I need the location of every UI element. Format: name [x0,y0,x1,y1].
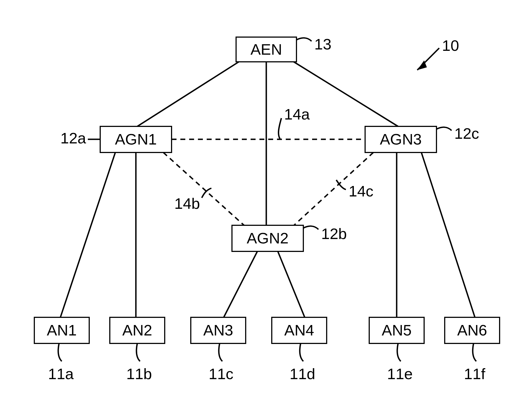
node-an1-label: AN1 [47,321,77,339]
ref-10: 10 [442,37,459,54]
ref-12c: 12c [454,125,479,142]
edge-agn2-an4 [277,250,305,317]
node-agn1-label: AGN1 [115,131,157,148]
tick-11f [473,343,476,361]
edge-agn1-an1 [60,152,115,317]
network-diagram: AEN AGN1 AGN3 AGN2 AN1 AN2 AN3 AN4 AN5 A… [0,0,532,397]
tick-13 [296,38,312,41]
ref-10-group: 10 [417,37,459,70]
node-an4-label: AN4 [284,321,314,339]
node-an2-label: AN2 [122,321,152,339]
node-agn2: AGN2 [232,225,303,251]
node-aen: AEN [236,37,296,62]
ref-11b: 11b [126,365,152,382]
node-an2: AN2 [110,317,165,343]
tick-11b [136,343,140,361]
tick-11c [219,343,222,361]
ref-13: 13 [314,35,331,53]
edge-aen-agn1 [137,62,239,126]
node-an6: AN6 [445,317,500,343]
node-an1: AN1 [34,317,89,343]
node-an3-label: AN3 [203,321,233,339]
ref-11c: 11c [209,365,233,382]
node-an4: AN4 [272,317,327,343]
node-agn3-label: AGN3 [380,131,422,148]
tick-12c [436,127,452,131]
node-an5-label: AN5 [382,321,412,339]
ref-11a: 11a [48,365,74,382]
ref-11d: 11d [290,365,315,382]
edge-14b [163,152,247,228]
node-aen-label: AEN [250,41,282,58]
tick-11a [58,343,62,361]
node-agn1: AGN1 [100,126,172,152]
node-an3: AN3 [191,317,246,343]
node-agn3: AGN3 [365,126,436,152]
edge-agn3-an6 [421,152,475,317]
tick-14a [279,118,281,139]
ref-14b: 14b [174,195,200,212]
ref-14c: 14c [349,182,373,200]
ref-12a: 12a [60,129,86,147]
edge-agn2-an3 [224,250,258,317]
node-an6-label: AN6 [457,321,487,339]
tick-11e [397,343,401,361]
tick-14b [202,188,211,198]
node-an5: AN5 [369,317,424,343]
ref-12b: 12b [321,225,347,242]
tick-12b [303,226,318,229]
ref-14a: 14a [284,106,310,123]
ref-11f: 11f [464,365,485,382]
node-agn2-label: AGN2 [247,229,289,247]
ref-11e: 11e [387,365,413,382]
tick-11d [300,343,303,361]
